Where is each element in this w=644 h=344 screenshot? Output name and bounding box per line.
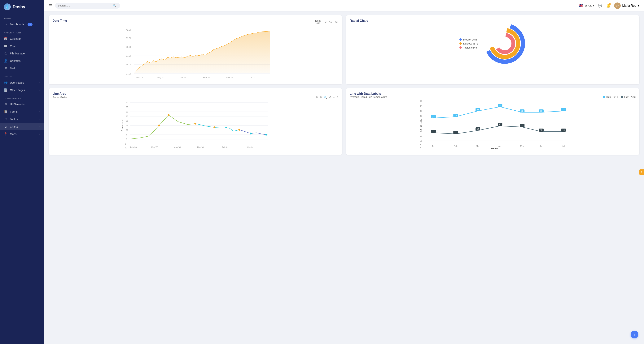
sidebar-item-tables[interactable]: ⊞ Tables › <box>0 115 44 123</box>
svg-text:May: May <box>520 145 524 147</box>
sidebar-item-mail[interactable]: ✉ Mail › <box>0 65 44 72</box>
svg-text:15: 15 <box>126 125 128 127</box>
sidebar-item-forms-label: Forms <box>10 110 18 113</box>
line-area-card: Line Area Social Media ⊕ ⊖ 🔍 ✥ ⌂ ≡ 40 35… <box>48 88 342 155</box>
sidebar-item-calendar[interactable]: 📅 Calendar <box>0 35 44 42</box>
header: ☰ 🔍 🇬🇧 En-UK ▾ 💬 🔔 MR Maria Ree ▾ <box>44 0 644 11</box>
date-time-header: Date Time Today 2020 1w 1m 3m <box>52 19 338 25</box>
forms-icon: 📋 <box>4 110 8 113</box>
legend-mobile: Mobile: 7548 <box>460 38 478 41</box>
line-data-labels-chart: 40 37 33 30 26 23 19 16 12 9 5 Temperatu… <box>350 100 636 150</box>
menu-label: MENU <box>0 14 44 21</box>
flag-icon: 🇬🇧 <box>579 4 583 8</box>
svg-point-46 <box>214 127 215 128</box>
menu-icon[interactable]: ≡ <box>336 96 338 99</box>
radial-svg <box>484 22 526 65</box>
user-name: Maria Ree <box>622 4 636 7</box>
logo[interactable]: 💧 Dashy <box>0 0 44 14</box>
sidebar-item-charts[interactable]: ⊙ Charts › <box>0 123 44 130</box>
filter-3m[interactable]: 3m <box>335 21 338 23</box>
content-area: Date Time Today 2020 1w 1m 3m 42.00 39.0… <box>44 11 644 159</box>
file-icon: 🗂 <box>4 52 8 55</box>
sidebar-item-maps[interactable]: 📍 Maps › <box>0 130 44 138</box>
search-input[interactable] <box>58 4 111 7</box>
svg-text:Apr: Apr <box>498 145 502 147</box>
sidebar-item-other-pages[interactable]: 📄 Other Pages › <box>0 86 44 94</box>
lang-label: En-UK <box>584 4 592 7</box>
filter-today[interactable]: Today 2020 <box>315 19 321 25</box>
sidebar-item-chat[interactable]: 💬 Chat <box>0 42 44 50</box>
svg-text:36.00: 36.00 <box>126 46 132 48</box>
svg-text:33: 33 <box>562 109 564 111</box>
svg-text:42.00: 42.00 <box>126 29 132 31</box>
svg-text:5: 5 <box>420 147 421 149</box>
zoom-in-icon[interactable]: ⊕ <box>316 96 318 99</box>
svg-text:40: 40 <box>420 100 422 102</box>
sidebar-item-user-pages-label: User Pages <box>10 81 24 84</box>
legend-tablet-label: Tablet: 5548 <box>463 46 477 49</box>
date-time-chart: 42.00 39.00 36.00 33.00 30.00 27.00 <box>52 27 338 81</box>
line-data-labels-title: Line with Data Labels <box>350 92 381 95</box>
pan-icon[interactable]: ✥ <box>329 96 332 99</box>
svg-text:Engagement: Engagement <box>121 120 123 131</box>
svg-text:-5: -5 <box>124 143 126 145</box>
filter-1w[interactable]: 1w <box>324 21 326 23</box>
line-area-chart: 40 35 30 25 20 15 10 5 0 -5 -10 <box>52 101 338 151</box>
zoom-out-icon[interactable]: ⊖ <box>320 96 322 99</box>
svg-text:13: 13 <box>540 129 542 131</box>
svg-text:9: 9 <box>420 144 421 146</box>
svg-text:30: 30 <box>420 115 422 117</box>
user-menu[interactable]: MR Maria Ree ▾ <box>614 2 640 9</box>
svg-text:12: 12 <box>432 130 434 132</box>
svg-text:Feb '00: Feb '00 <box>130 146 136 149</box>
svg-text:16: 16 <box>420 135 422 137</box>
maps-icon: 📍 <box>4 132 8 136</box>
date-time-filters: Today 2020 1w 1m 3m <box>315 19 338 25</box>
sidebar-item-user-pages[interactable]: 👥 User Pages › <box>0 79 44 86</box>
svg-text:33: 33 <box>477 109 479 111</box>
search-bar[interactable]: 🔍 <box>55 3 120 8</box>
legend-mobile-dot <box>460 38 462 41</box>
sidebar-item-forms[interactable]: 📋 Forms › <box>0 108 44 115</box>
line-area-subheader: Social Media ⊕ ⊖ 🔍 ✥ ⌂ ≡ <box>52 96 338 99</box>
svg-text:Feb: Feb <box>454 145 457 147</box>
search-icon: 🔍 <box>113 4 116 7</box>
svg-text:Mar '12: Mar '12 <box>136 76 143 79</box>
right-widget[interactable]: ⚙ <box>640 169 644 175</box>
svg-text:Jul '12: Jul '12 <box>180 76 186 79</box>
sidebar-item-other-pages-label: Other Pages <box>10 89 25 92</box>
svg-text:33.00: 33.00 <box>126 55 132 57</box>
sidebar-item-file-manager[interactable]: 🗂 File Manager <box>0 50 44 57</box>
svg-text:29: 29 <box>454 114 457 117</box>
legend-tablet-dot <box>460 46 462 49</box>
scroll-up-button[interactable]: ↑ <box>630 331 638 338</box>
svg-text:40: 40 <box>126 102 128 104</box>
reset-icon[interactable]: ⌂ <box>333 96 335 99</box>
sidebar-item-tables-label: Tables <box>10 118 18 121</box>
svg-text:Nov '12: Nov '12 <box>226 76 233 79</box>
zoom-select-icon[interactable]: 🔍 <box>324 96 328 99</box>
svg-text:25: 25 <box>126 115 128 118</box>
sidebar-item-contacts[interactable]: 👤 Contacts <box>0 57 44 65</box>
language-selector[interactable]: 🇬🇧 En-UK ▾ <box>579 4 594 8</box>
svg-point-20 <box>496 35 513 52</box>
avatar: MR <box>614 2 621 9</box>
header-right: 🇬🇧 En-UK ▾ 💬 🔔 MR Maria Ree ▾ <box>579 2 640 9</box>
components-label: COMPONENTS <box>0 94 44 101</box>
main-content: ☰ 🔍 🇬🇧 En-UK ▾ 💬 🔔 MR Maria Ree ▾ <box>44 0 644 344</box>
sidebar-item-dashboards[interactable]: ⌂ Dashboards 03 <box>0 21 44 28</box>
svg-text:May '01: May '01 <box>247 146 254 149</box>
chat-icon: 💬 <box>4 44 8 48</box>
chat-header-icon[interactable]: 💬 <box>598 4 602 8</box>
svg-text:Jan: Jan <box>432 145 435 147</box>
filter-1m[interactable]: 1m <box>329 21 332 23</box>
lang-chevron-icon: ▾ <box>593 4 594 7</box>
notification-icon[interactable]: 🔔 <box>606 4 610 8</box>
legend-mobile-label: Mobile: 7548 <box>463 38 478 41</box>
other-pages-chevron-icon: › <box>40 89 40 91</box>
radial-legend: Mobile: 7548 Dektop: 9672 Tablet: 5548 <box>460 38 478 49</box>
sidebar-item-ui-elements[interactable]: ⧉ UI Elements › <box>0 101 44 108</box>
svg-point-44 <box>168 114 170 116</box>
svg-point-47 <box>238 129 240 131</box>
hamburger-icon[interactable]: ☰ <box>48 3 52 8</box>
